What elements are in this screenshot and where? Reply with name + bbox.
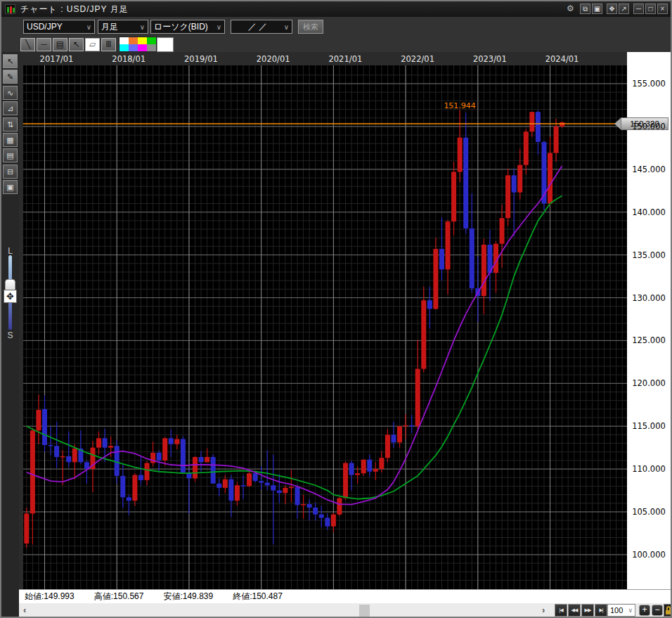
candle <box>24 513 29 543</box>
draw-pencil-button[interactable]: ✎ <box>3 70 18 84</box>
page-left-button[interactable]: ◀◀ <box>568 604 581 617</box>
zoom-small-label: S <box>1 330 19 340</box>
jump-start-button[interactable]: |◀ <box>555 604 567 617</box>
minimize-button[interactable]: ─ <box>633 4 644 14</box>
scroll-left-icon[interactable]: ‹ <box>23 605 26 615</box>
candle <box>271 485 276 490</box>
lock-button[interactable] <box>664 604 672 617</box>
palette-color-1[interactable] <box>129 37 138 44</box>
palette-color-4[interactable] <box>119 44 129 51</box>
zoom-in-button[interactable]: + <box>639 605 650 616</box>
palette-color-0[interactable] <box>119 37 129 44</box>
price-scale-button[interactable]: ⇅ <box>3 117 18 131</box>
candle <box>524 131 529 165</box>
timeframe-select[interactable]: 月足 ∨ <box>98 20 148 34</box>
y-axis-label: 150.000 <box>627 122 671 131</box>
y-axis-label: 145.000 <box>627 165 671 174</box>
x-axis-year-label: 2017/01 <box>40 54 74 64</box>
print-button[interactable]: ⊟ <box>3 165 18 179</box>
candlestick-chart[interactable]: 2017/012018/012019/012020/012021/012022/… <box>19 52 627 589</box>
ohlc-item-2: 安値:149.839 <box>163 591 213 603</box>
ohlc-status-bar: 始値:149.993高値:150.567安値:149.839終値:150.487 <box>19 589 671 603</box>
candle <box>54 446 59 457</box>
trash-tool[interactable]: Ⅲ <box>101 38 116 51</box>
candle <box>421 300 426 368</box>
x-axis-year-label: 2022/01 <box>401 54 434 64</box>
candle <box>181 439 186 472</box>
candle <box>199 457 204 462</box>
candle <box>205 457 209 462</box>
candle <box>223 479 228 488</box>
candle <box>120 476 125 497</box>
chart-scrollbar[interactable]: ‹ › |◀◀◀▶▶▶| 100 ∨ + − <box>19 603 671 618</box>
candle <box>66 456 71 463</box>
candle <box>235 485 240 501</box>
y-axis-label: 100.000 <box>627 550 671 560</box>
candle <box>211 457 216 484</box>
candle <box>505 175 510 218</box>
candle <box>108 446 113 447</box>
chart-style-select[interactable]: ローソク(BID) ∨ <box>150 20 225 34</box>
candle <box>96 438 101 447</box>
save-layout-button[interactable]: ▣ <box>3 180 18 194</box>
properties-button[interactable]: ▤ <box>3 148 18 162</box>
search-button[interactable]: 検索 <box>298 20 323 34</box>
candle <box>193 457 198 478</box>
crosshair-pointer-button[interactable]: ↖ <box>3 54 18 68</box>
indicator-chart-button[interactable]: ∿ <box>3 86 18 100</box>
candle <box>283 488 287 493</box>
candle <box>482 245 486 296</box>
candle <box>331 515 336 527</box>
page-right-button[interactable]: ▶▶ <box>581 604 594 617</box>
close-button[interactable]: × <box>657 4 668 14</box>
maximize-button[interactable]: □ <box>645 4 656 14</box>
candle <box>548 153 553 204</box>
trendline-tool[interactable]: ╲ <box>20 38 35 51</box>
palette-button[interactable]: ❖ <box>607 4 617 14</box>
scroll-right-icon[interactable]: › <box>542 605 545 615</box>
candle <box>463 138 468 228</box>
jump-end-button[interactable]: ▶| <box>595 604 607 617</box>
candle <box>217 484 221 488</box>
candle <box>373 469 378 472</box>
zoom-out-button[interactable]: − <box>652 605 663 616</box>
candle <box>42 409 47 445</box>
ohlc-item-0: 始値:149.993 <box>25 591 75 603</box>
palette-color-2[interactable] <box>138 37 147 44</box>
candle <box>379 458 384 469</box>
popout-button[interactable]: ↗ <box>619 4 629 14</box>
price-axis[interactable]: 150.320 155.000150.000145.000140.000135.… <box>627 52 671 603</box>
eraser-tool[interactable]: ▱ <box>85 38 100 51</box>
candle <box>355 473 360 475</box>
bars-count-select[interactable]: 100 ∨ <box>607 604 635 617</box>
candle <box>554 127 559 153</box>
x-axis-year-label: 2021/01 <box>328 54 362 64</box>
palette-color-7[interactable] <box>147 44 156 51</box>
data-grid-button[interactable]: ▦ <box>3 133 18 147</box>
grid-list-tool[interactable]: ▤ <box>53 38 67 51</box>
compare-chart-button[interactable]: ⊿ <box>3 101 18 115</box>
palette-color-6[interactable] <box>138 44 147 51</box>
candle <box>162 438 167 461</box>
horizontal-line-tool[interactable]: ─ <box>37 38 51 51</box>
palette-color-5[interactable] <box>129 44 138 51</box>
y-axis-label: 135.000 <box>627 250 671 260</box>
scrollbar-thumb[interactable] <box>359 605 370 617</box>
candle <box>103 438 108 447</box>
chevron-down-icon: ∨ <box>140 23 145 31</box>
current-color-swatch[interactable] <box>157 37 174 52</box>
palette-color-3[interactable] <box>147 37 156 44</box>
titlebar[interactable]: チャート : USD/JPY 月足 ⚙⧉▣❖↗─□× <box>1 1 671 17</box>
x-axis-year-label: 2019/01 <box>184 54 218 64</box>
zoom-large-label: L <box>1 246 19 256</box>
date-jump-field[interactable]: ／ ／ ∨ <box>231 20 292 34</box>
cursor-tool[interactable]: ↖ <box>69 38 84 51</box>
pan-move-button[interactable]: ✥ <box>4 290 17 303</box>
chevron-down-icon: ∨ <box>217 23 221 31</box>
copy-chart-button[interactable]: ⧉ <box>580 4 590 14</box>
save-chart-image-button[interactable]: ▣ <box>592 4 602 14</box>
symbol-select[interactable]: USD/JPY ∨ <box>23 20 95 34</box>
candle <box>343 463 348 498</box>
settings-gear-button[interactable]: ⚙ <box>565 4 576 14</box>
color-palette[interactable] <box>119 37 157 52</box>
